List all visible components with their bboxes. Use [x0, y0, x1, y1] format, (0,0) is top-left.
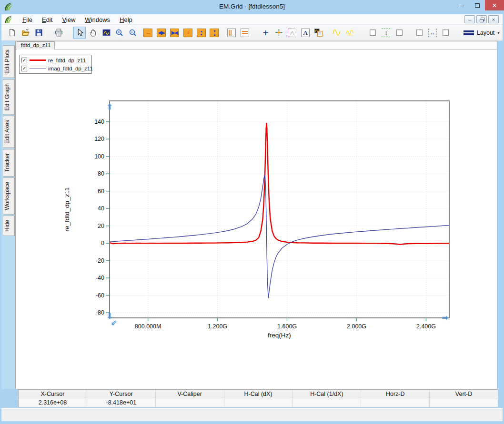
sidebar-tab-edit-plots[interactable]: Edit Plots	[3, 45, 15, 78]
zoom-out-icon	[129, 29, 137, 37]
curve-re_fdtd_dp_z11	[110, 123, 449, 244]
y-tick-label: 40	[98, 205, 104, 212]
sidebar-tab-workspace[interactable]: Workspace	[3, 177, 15, 215]
legend-checkbox[interactable]: ✓	[21, 66, 27, 71]
h-caliper-icon: ↔	[428, 29, 437, 37]
pan-x-icon: ◀▶	[157, 29, 166, 37]
sidebar-tab-edit-axes[interactable]: Edit Axes	[3, 116, 15, 148]
menu-edit[interactable]: Edit	[37, 15, 57, 24]
menu-windows[interactable]: Windows	[80, 15, 115, 24]
add-text-button[interactable]: A	[299, 27, 312, 39]
shrink-y-button[interactable]: ▼▲	[208, 27, 221, 39]
print-button[interactable]	[53, 27, 65, 39]
y-tick-label: 80	[98, 170, 104, 177]
content-area: fdtd_dp_z11 ✓re_fdtd_dp_z11✓imag_fdtd_dp…	[15, 41, 497, 389]
single-plot-style-icon	[333, 29, 341, 37]
pan-button[interactable]	[87, 27, 99, 39]
pan-y-button[interactable]: ▲▼	[195, 27, 207, 39]
status-value-y-cursor: -8.418e+01	[87, 398, 156, 407]
maximize-button[interactable]	[470, 0, 485, 10]
h-caliper-check-right-button[interactable]	[440, 27, 452, 39]
caliper-triangle-icon: △	[288, 29, 296, 37]
crosshair-icon: +	[262, 28, 268, 38]
toolbar: ↔◀▶▶◀↕▲▼▼▲+△A↕↔Layout▾	[1, 25, 503, 41]
caliper-triangle-button[interactable]: △	[286, 27, 298, 39]
restore-icon	[480, 18, 484, 21]
mdi-close-button[interactable]: ×	[488, 15, 499, 23]
legend-checkbox[interactable]: ✓	[21, 58, 27, 63]
menu-help[interactable]: Help	[115, 15, 137, 24]
multi-plot-style-icon	[346, 29, 354, 37]
tracker-button[interactable]	[272, 27, 285, 39]
new-button[interactable]	[6, 27, 19, 39]
v-caliper-icon: ↕	[382, 29, 390, 37]
status-header-v-caliper: V-Caliper	[156, 390, 224, 398]
y-tick-label: 60	[98, 188, 104, 195]
tab-fdtd-dp-z11[interactable]: fdtd_dp_z11	[17, 41, 55, 49]
layout-button[interactable]: Layout▾	[461, 28, 503, 38]
v-caliper-button[interactable]: ↕	[380, 27, 392, 39]
crosshair-button[interactable]: +	[260, 27, 272, 39]
tracker-icon	[275, 29, 283, 37]
legend-item: ✓re_fdtd_dp_z11	[21, 56, 89, 64]
legend-line-sample	[30, 68, 46, 69]
zoom-region-icon	[102, 29, 111, 37]
menu-file[interactable]: File	[18, 15, 37, 24]
status-header-x-cursor: X-Cursor	[19, 390, 87, 398]
pan-diagonal-arrow-icon[interactable]: ⇙	[111, 318, 117, 326]
title-bar: EM.Grid - [fdtdlesson5] – ✕	[0, 0, 504, 14]
sidebar-tab-hide[interactable]: Hide	[3, 216, 15, 236]
copy-plot-button[interactable]	[312, 27, 325, 39]
menu-items: FileEditViewWindowsHelp	[18, 15, 137, 24]
shrink-x-button[interactable]: ▶◀	[168, 27, 181, 39]
expand-x-button[interactable]: ↔	[142, 27, 154, 39]
select-button[interactable]	[73, 27, 86, 39]
status-header-y-cursor: Y-Cursor	[87, 390, 156, 398]
menu-view[interactable]: View	[57, 15, 80, 24]
status-header-h-cal-dx-: H-Cal (dX)	[224, 390, 293, 398]
left-scale-button[interactable]	[225, 27, 238, 39]
top-scale-button[interactable]	[239, 27, 251, 39]
pan-up-arrow-icon[interactable]: ⇧	[106, 103, 112, 111]
h-caliper-check-left-button[interactable]	[413, 27, 425, 39]
expand-y-button[interactable]: ↕	[181, 27, 194, 39]
layout-label: Layout	[477, 30, 495, 36]
close-button[interactable]: ✕	[485, 0, 504, 10]
plot-region: ✓re_fdtd_dp_z11✓imag_fdtd_dp_z11 -80-60-…	[16, 49, 497, 389]
pan-x-button[interactable]: ◀▶	[155, 27, 168, 39]
open-button[interactable]	[20, 27, 32, 39]
sidebar-tab-edit-graph[interactable]: Edit Graph	[3, 79, 15, 115]
status-header-horz-d: Horz-D	[361, 390, 430, 398]
h-caliper-button[interactable]: ↔	[426, 27, 439, 39]
top-scale-icon	[241, 29, 249, 37]
new-icon	[8, 29, 16, 37]
x-axis-title: freq(Hz)	[268, 332, 291, 339]
v-caliper-check-left-button[interactable]	[367, 27, 379, 39]
y-tick-label: 100	[94, 153, 104, 160]
pan-y-icon: ▲▼	[197, 29, 206, 37]
sidebar-tab-tracker[interactable]: Tracker	[3, 149, 15, 177]
x-tick-label: 1.600G	[277, 323, 297, 330]
y-tick-label: -40	[96, 275, 104, 281]
minimize-button[interactable]: –	[454, 0, 470, 10]
zoom-in-button[interactable]	[113, 27, 126, 39]
menu-bar: FileEditViewWindowsHelp – ×	[1, 14, 503, 25]
zoom-out-button[interactable]	[127, 27, 139, 39]
plot-canvas[interactable]: -80-60-40-20020406080100120140800.000M1.…	[16, 49, 497, 389]
v-caliper-check-right-button[interactable]	[393, 27, 405, 39]
zoom-region-button[interactable]	[100, 27, 112, 39]
mdi-restore-button[interactable]	[476, 15, 487, 23]
open-icon	[21, 29, 30, 37]
copy-plot-icon	[314, 29, 323, 37]
multi-plot-style-button[interactable]	[344, 27, 356, 39]
legend-label: re_fdtd_dp_z11	[48, 58, 86, 63]
save-button[interactable]	[33, 27, 45, 39]
zoom-in-icon	[115, 29, 123, 37]
shrink-x-icon: ▶◀	[170, 29, 179, 37]
single-plot-style-button[interactable]	[331, 27, 343, 39]
pan-right-arrow-icon[interactable]: ⇨	[442, 314, 448, 322]
pan-icon	[89, 29, 97, 37]
save-icon	[35, 29, 43, 37]
status-value-h-cal-1-dx-	[292, 398, 361, 407]
mdi-minimize-button[interactable]: –	[464, 15, 475, 23]
